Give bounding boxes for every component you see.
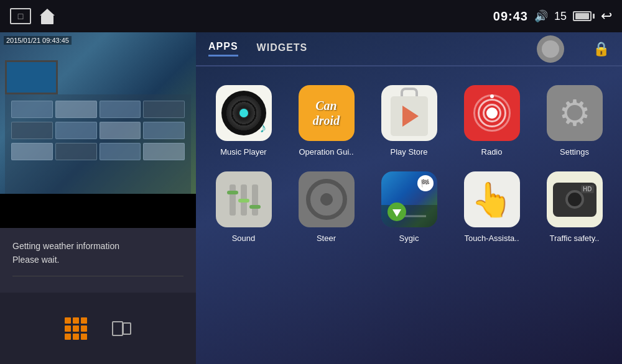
steering-center xyxy=(322,194,332,204)
app-item-steer[interactable]: Steer xyxy=(285,165,368,252)
app-icon-settings: ⚙ xyxy=(547,85,603,141)
app-icon-steer xyxy=(299,171,355,227)
status-time: 09:43 xyxy=(493,9,528,24)
tab-widgets[interactable]: WIDGETS xyxy=(257,42,308,56)
tab-toggle[interactable] xyxy=(537,35,564,63)
grid-view-button[interactable] xyxy=(65,317,87,340)
bottom-controls xyxy=(0,293,196,364)
gear-icon: ⚙ xyxy=(556,94,593,132)
app-icon-music-player: ♪ xyxy=(216,85,272,141)
right-panel: APPS WIDGETS 🔒 ♪ Music Player Candroid O… xyxy=(196,32,622,364)
status-bar: □ 09:43 🔊 15 ↩ xyxy=(0,0,622,32)
radio-center xyxy=(486,107,498,119)
app-label-sound: Sound xyxy=(232,234,256,243)
app-label-play-store: Play Store xyxy=(391,147,428,157)
opguide-text: Candroid xyxy=(313,98,340,128)
app-icon-operation-guide: Candroid xyxy=(299,85,355,141)
app-label-settings: Settings xyxy=(560,147,589,157)
status-bar-left: □ xyxy=(10,8,55,24)
weather-text-line2: Please wait. xyxy=(12,253,183,266)
play-triangle xyxy=(402,106,419,127)
app-grid: ♪ Music Player Candroid Operation Gui.. … xyxy=(196,66,622,264)
touch-hand-icon: 👆 xyxy=(471,180,513,219)
app-item-music-player[interactable]: ♪ Music Player xyxy=(202,79,285,165)
hd-badge: HD xyxy=(581,185,593,193)
tab-bar: APPS WIDGETS 🔒 xyxy=(196,32,622,66)
app-item-traffic-safety[interactable]: HD Traffic safety.. xyxy=(533,165,616,252)
sygic-flag: 🏁 xyxy=(417,175,434,191)
weather-text-line1: Getting weather information xyxy=(12,239,183,253)
volume-level: 15 xyxy=(554,10,567,23)
battery-icon xyxy=(573,11,595,21)
weather-widget: Getting weather information Please wait. xyxy=(0,228,196,294)
back-icon[interactable]: ↩ xyxy=(601,8,612,24)
app-label-radio: Radio xyxy=(481,147,503,157)
app-icon-touch-assist: 👆 xyxy=(464,171,520,227)
app-icon-radio xyxy=(464,85,520,141)
app-icon-play-store xyxy=(381,85,437,141)
camera-feed: 2015/01/21 09:43:45 xyxy=(0,32,196,194)
tab-apps[interactable]: APPS xyxy=(208,41,238,57)
left-panel: 2015/01/21 09:43:45 Getting weather info… xyxy=(0,32,196,364)
app-item-play-store[interactable]: Play Store xyxy=(368,79,450,165)
traffic-camera-lens xyxy=(565,190,584,209)
gear-center xyxy=(568,106,582,120)
music-note-icon: ♪ xyxy=(260,120,267,136)
radio-dot xyxy=(490,94,494,98)
status-bar-right: 09:43 🔊 15 ↩ xyxy=(493,8,612,24)
multitask-button[interactable] xyxy=(112,321,131,336)
app-item-sound[interactable]: Sound xyxy=(202,165,285,252)
app-item-settings[interactable]: ⚙ Settings xyxy=(533,79,616,165)
traffic-camera-box: HD xyxy=(553,183,596,217)
weather-divider xyxy=(12,276,183,276)
app-icon-sound xyxy=(216,171,272,227)
app-item-sygic[interactable]: 🏁 Sygic xyxy=(368,165,450,252)
home-icon[interactable] xyxy=(40,9,55,24)
volume-icon: 🔊 xyxy=(534,9,548,23)
app-label-operation-guide: Operation Gui.. xyxy=(299,147,353,157)
sygic-gps xyxy=(388,202,406,221)
app-label-traffic-safety: Traffic safety.. xyxy=(550,234,600,243)
app-item-operation-guide[interactable]: Candroid Operation Gui.. xyxy=(285,79,368,165)
app-icon-sygic: 🏁 xyxy=(381,171,437,227)
tab-toggle-inner xyxy=(542,40,559,58)
app-item-touch-assist[interactable]: 👆 Touch-Assista.. xyxy=(450,165,533,252)
app-label-steer: Steer xyxy=(317,234,336,243)
lock-icon[interactable]: 🔒 xyxy=(593,41,610,57)
app-label-music-player: Music Player xyxy=(220,147,266,157)
app-label-touch-assist: Touch-Assista.. xyxy=(464,234,519,243)
window-icon[interactable]: □ xyxy=(10,8,31,24)
camera-timestamp: 2015/01/21 09:43:45 xyxy=(4,36,72,45)
radio-waves xyxy=(473,94,511,132)
app-item-radio[interactable]: Radio xyxy=(450,79,533,165)
app-label-sygic: Sygic xyxy=(399,234,419,243)
steering-wheel-icon xyxy=(306,179,347,220)
app-icon-traffic-safety: HD xyxy=(547,171,603,227)
